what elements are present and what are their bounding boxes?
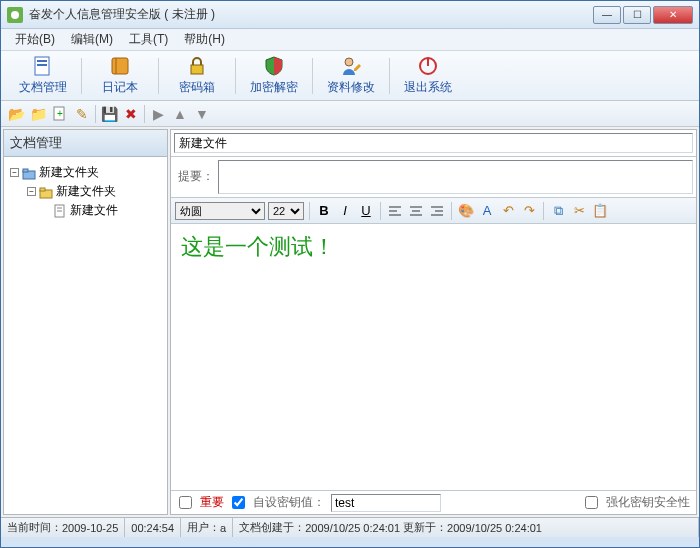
custom-key-checkbox[interactable] bbox=[232, 496, 245, 509]
svg-rect-7 bbox=[191, 65, 203, 74]
tool-modify[interactable]: 资料修改 bbox=[317, 53, 385, 99]
up-arrow-icon[interactable]: ▲ bbox=[171, 105, 189, 123]
summary-input[interactable] bbox=[218, 160, 693, 194]
svg-rect-4 bbox=[37, 64, 47, 66]
play-icon[interactable]: ▶ bbox=[149, 105, 167, 123]
tree-toggle-icon[interactable]: − bbox=[27, 187, 36, 196]
new-folder-icon[interactable]: 📁 bbox=[29, 105, 47, 123]
tree-toggle-icon[interactable]: − bbox=[10, 168, 19, 177]
window-controls: — ☐ ✕ bbox=[593, 6, 693, 24]
status-label: 用户： bbox=[187, 520, 220, 535]
separator bbox=[451, 202, 452, 220]
status-updated-value: 2009/10/25 0:24:01 bbox=[447, 522, 542, 534]
svg-rect-16 bbox=[40, 188, 45, 191]
tool-encrypt[interactable]: 加密解密 bbox=[240, 53, 308, 99]
menu-edit[interactable]: 编辑(M) bbox=[63, 29, 121, 50]
copy-button[interactable]: ⧉ bbox=[549, 202, 567, 220]
sub-toolbar: 📂 📁 + ✎ 💾 ✖ ▶ ▲ ▼ bbox=[1, 101, 699, 127]
toolbar-separator bbox=[235, 58, 236, 94]
tree-label: 新建文件 bbox=[70, 202, 118, 219]
font-select[interactable]: 幼圆 bbox=[175, 202, 265, 220]
align-right-button[interactable] bbox=[428, 202, 446, 220]
doc-title-input[interactable] bbox=[174, 133, 693, 153]
titlebar: 奋发个人信息管理安全版 ( 未注册 ) — ☐ ✕ bbox=[1, 1, 699, 29]
enhance-checkbox[interactable] bbox=[585, 496, 598, 509]
tool-label: 日记本 bbox=[102, 79, 138, 96]
color-picker-button[interactable]: 🎨 bbox=[457, 202, 475, 220]
tool-label: 密码箱 bbox=[179, 79, 215, 96]
tool-password[interactable]: 密码箱 bbox=[163, 53, 231, 99]
minimize-button[interactable]: — bbox=[593, 6, 621, 24]
delete-icon[interactable]: ✖ bbox=[122, 105, 140, 123]
status-label: 当前时间： bbox=[7, 520, 62, 535]
font-color-button[interactable]: A bbox=[478, 202, 496, 220]
bold-button[interactable]: B bbox=[315, 202, 333, 220]
save-icon[interactable]: 💾 bbox=[100, 105, 118, 123]
folder-stack-icon bbox=[22, 166, 36, 180]
separator bbox=[380, 202, 381, 220]
status-doc-times: 文档创建于： 2009/10/25 0:24:01 更新于： 2009/10/2… bbox=[233, 518, 699, 537]
tree-view[interactable]: − 新建文件夹 − 新建文件夹 新建文件 bbox=[4, 157, 167, 514]
menu-start[interactable]: 开始(B) bbox=[7, 29, 63, 50]
tool-doc-manage[interactable]: 文档管理 bbox=[9, 53, 77, 99]
underline-button[interactable]: U bbox=[357, 202, 375, 220]
editor-text: 这是一个测试！ bbox=[181, 234, 335, 259]
tool-label: 资料修改 bbox=[327, 79, 375, 96]
open-folder-icon[interactable]: 📂 bbox=[7, 105, 25, 123]
tool-exit[interactable]: 退出系统 bbox=[394, 53, 462, 99]
statusbar: 当前时间： 2009-10-25 00:24:54 用户： a 文档创建于： 2… bbox=[1, 517, 699, 537]
status-created-value: 2009/10/25 0:24:01 bbox=[305, 522, 400, 534]
italic-button[interactable]: I bbox=[336, 202, 354, 220]
size-select[interactable]: 22 bbox=[268, 202, 304, 220]
workspace: 文档管理 − 新建文件夹 − 新建文件夹 新建文件 bbox=[1, 127, 699, 517]
lock-icon bbox=[186, 55, 208, 77]
cut-button[interactable]: ✂ bbox=[570, 202, 588, 220]
align-left-button[interactable] bbox=[386, 202, 404, 220]
menu-help[interactable]: 帮助(H) bbox=[176, 29, 233, 50]
tree-label: 新建文件夹 bbox=[56, 183, 116, 200]
edit-icon[interactable]: ✎ bbox=[73, 105, 91, 123]
important-label: 重要 bbox=[200, 494, 224, 511]
power-icon bbox=[417, 55, 439, 77]
new-file-icon[interactable]: + bbox=[51, 105, 69, 123]
tree-node-root[interactable]: − 新建文件夹 bbox=[10, 163, 161, 182]
separator bbox=[144, 105, 145, 123]
maximize-button[interactable]: ☐ bbox=[623, 6, 651, 24]
svg-rect-5 bbox=[112, 58, 128, 74]
folder-icon bbox=[39, 185, 53, 199]
editor-toolbar: 幼圆 22 B I U 🎨 A ↶ ↷ ⧉ ✂ 📋 bbox=[171, 198, 696, 224]
summary-label: 提要： bbox=[174, 160, 218, 194]
svg-point-8 bbox=[345, 58, 353, 66]
toolbar-separator bbox=[158, 58, 159, 94]
tree-node-leaf[interactable]: 新建文件 bbox=[10, 201, 161, 220]
doc-footer: 重要 自设密钥值： 强化密钥安全性 bbox=[171, 490, 696, 514]
user-edit-icon bbox=[340, 55, 362, 77]
separator bbox=[543, 202, 544, 220]
editor-body[interactable]: 这是一个测试！ bbox=[171, 224, 696, 490]
down-arrow-icon[interactable]: ▼ bbox=[193, 105, 211, 123]
redo-button[interactable]: ↷ bbox=[520, 202, 538, 220]
tool-diary[interactable]: 日记本 bbox=[86, 53, 154, 99]
tree-node-child[interactable]: − 新建文件夹 bbox=[10, 182, 161, 201]
align-center-button[interactable] bbox=[407, 202, 425, 220]
separator bbox=[309, 202, 310, 220]
content-panel: 提要： 幼圆 22 B I U 🎨 A ↶ ↷ ⧉ bbox=[170, 129, 697, 515]
paste-button[interactable]: 📋 bbox=[591, 202, 609, 220]
document-icon bbox=[32, 55, 54, 77]
status-label: 文档创建于： bbox=[239, 520, 305, 535]
key-value-input[interactable] bbox=[331, 494, 441, 512]
menu-tools[interactable]: 工具(T) bbox=[121, 29, 176, 50]
undo-button[interactable]: ↶ bbox=[499, 202, 517, 220]
custom-key-label: 自设密钥值： bbox=[253, 494, 325, 511]
svg-rect-14 bbox=[23, 169, 28, 172]
svg-point-1 bbox=[11, 11, 19, 19]
status-time-value: 00:24:54 bbox=[131, 522, 174, 534]
important-checkbox[interactable] bbox=[179, 496, 192, 509]
close-button[interactable]: ✕ bbox=[653, 6, 693, 24]
status-user-value: a bbox=[220, 522, 226, 534]
status-time: 00:24:54 bbox=[125, 518, 181, 537]
tool-label: 文档管理 bbox=[19, 79, 67, 96]
toolbar-separator bbox=[389, 58, 390, 94]
shield-icon bbox=[263, 55, 285, 77]
toolbar-separator bbox=[312, 58, 313, 94]
